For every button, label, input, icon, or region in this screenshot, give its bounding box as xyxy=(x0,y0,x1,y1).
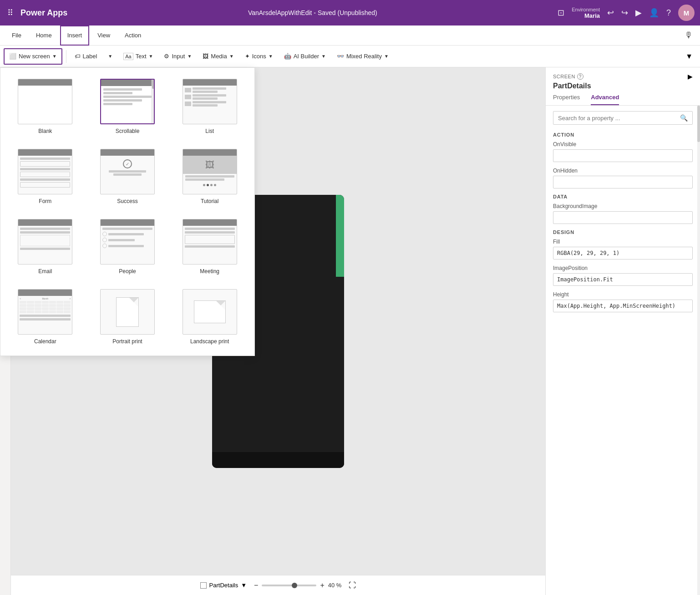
screen-name-title: PartDetails xyxy=(546,80,700,90)
icons-button[interactable]: ✦ Icons ▼ xyxy=(240,48,278,65)
topbar-right: ⊡ Environment Maria ↩ ↪ ▶ 👤 ? M xyxy=(558,5,695,21)
redo-icon[interactable]: ↪ xyxy=(621,8,628,18)
property-search-box[interactable]: 🔍 xyxy=(553,111,693,125)
panel-scrollbar[interactable] xyxy=(697,106,700,595)
doc-title: VanArsdelAppWithEdit - Saved (Unpublishe… xyxy=(73,9,552,16)
new-screen-button[interactable]: ⬜ New screen ▼ xyxy=(4,48,62,65)
screen-template-form[interactable]: Form xyxy=(8,145,83,208)
undo-icon[interactable]: ↩ xyxy=(607,8,614,18)
screen-template-portrait[interactable]: Portrait print xyxy=(90,285,165,348)
height-input[interactable] xyxy=(553,300,693,312)
screen-template-list[interactable]: List xyxy=(172,75,247,138)
user-icon[interactable]: 👤 xyxy=(649,8,659,18)
label-chevron-button[interactable]: ▼ xyxy=(103,48,117,65)
screen-template-people[interactable]: People xyxy=(90,215,165,278)
chevron-down-icon[interactable]: ▼ xyxy=(241,582,247,589)
on-hidden-row: OnHidden xyxy=(553,168,693,188)
zoom-slider[interactable] xyxy=(262,585,316,586)
new-screen-dropdown: Blank Sc xyxy=(0,67,255,356)
screen-template-tutorial[interactable]: 🖼 Tutorial xyxy=(172,145,247,208)
search-icon: 🔍 xyxy=(680,114,688,122)
text-icon: Aa xyxy=(123,53,133,60)
scrollable-label: Scrollable xyxy=(116,128,140,134)
toolbar: ⬜ New screen ▼ 🏷 Label ▼ Aa Text ▼ ⚙ Inp… xyxy=(0,46,700,67)
tab-advanced[interactable]: Advanced xyxy=(591,94,619,105)
menu-file[interactable]: File xyxy=(5,25,28,46)
screen-template-success[interactable]: ✓ Success xyxy=(90,145,165,208)
on-visible-input[interactable] xyxy=(553,149,693,162)
menubar-actions: 🎙 xyxy=(683,29,695,42)
media-button[interactable]: 🖼 Media ▼ xyxy=(198,48,238,65)
screen-template-landscape[interactable]: Landscape print xyxy=(172,285,247,348)
action-section-title: ACTION xyxy=(553,132,693,137)
topbar: ⠿ Power Apps VanArsdelAppWithEdit - Save… xyxy=(0,0,700,25)
list-thumb xyxy=(183,79,237,124)
waffle-menu-icon[interactable]: ⠿ xyxy=(5,6,15,20)
image-pos-label: ImagePosition xyxy=(553,265,693,271)
label-button[interactable]: 🏷 Label xyxy=(70,48,102,65)
meeting-label: Meeting xyxy=(200,268,219,275)
play-icon[interactable]: ▶ xyxy=(635,8,642,18)
screen-templates-grid: Blank Sc xyxy=(8,75,247,348)
fullscreen-icon[interactable]: ⛶ xyxy=(349,581,356,590)
menu-home[interactable]: Home xyxy=(30,25,58,46)
input-icon: ⚙ xyxy=(164,53,169,60)
toolbar-divider-1 xyxy=(66,50,66,63)
text-button[interactable]: Aa Text ▼ xyxy=(119,48,157,65)
zoom-controls: − + 40 % xyxy=(254,581,341,590)
menu-insert[interactable]: Insert xyxy=(60,25,90,46)
fill-input[interactable] xyxy=(553,247,693,259)
success-label: Success xyxy=(117,198,137,204)
scrollbar-thumb xyxy=(697,106,700,142)
canvas-bottom-nav xyxy=(212,452,344,468)
mixed-reality-button[interactable]: 👓 Mixed Reality ▼ xyxy=(332,48,393,65)
menu-action[interactable]: Action xyxy=(118,25,147,46)
screen-template-meeting[interactable]: Meeting xyxy=(172,215,247,278)
canvas-bottom-bar: PartDetails ▼ − + 40 % ⛶ xyxy=(11,575,545,595)
ai-btn-label: AI Builder xyxy=(294,53,319,60)
calendar-thumb: < Month > xyxy=(18,289,72,335)
monitor-icon[interactable]: ⊡ xyxy=(558,8,564,18)
zoom-plus-button[interactable]: + xyxy=(320,581,324,590)
height-label: Height xyxy=(553,291,693,298)
avatar[interactable]: M xyxy=(678,5,695,21)
chevron-down-icon: ▼ xyxy=(269,54,273,59)
screen-section-label: SCREEN ? xyxy=(553,73,583,80)
new-screen-label: New screen xyxy=(19,53,50,60)
screen-template-blank[interactable]: Blank xyxy=(8,75,83,138)
email-thumb xyxy=(18,219,72,264)
ai-builder-button[interactable]: 🤖 AI Builder ▼ xyxy=(279,48,330,65)
mixed-reality-icon: 👓 xyxy=(337,53,344,60)
bg-image-input[interactable] xyxy=(553,211,693,224)
tutorial-label: Tutorial xyxy=(201,198,219,204)
screen-checkbox xyxy=(200,582,207,589)
property-search-input[interactable] xyxy=(558,115,676,122)
screen-template-calendar[interactable]: < Month > xyxy=(8,285,83,348)
right-panel: SCREEN ? ▶ PartDetails Properties Advanc… xyxy=(545,67,700,595)
image-pos-input[interactable] xyxy=(553,273,693,286)
input-button[interactable]: ⚙ Input ▼ xyxy=(159,48,196,65)
current-screen-name: PartDetails xyxy=(209,582,238,589)
chevron-down-icon: ▼ xyxy=(52,54,57,59)
right-panel-header: SCREEN ? ▶ xyxy=(546,67,700,80)
screen-template-email[interactable]: Email xyxy=(8,215,83,278)
data-section-title: DATA xyxy=(553,194,693,199)
on-hidden-input[interactable] xyxy=(553,176,693,188)
help-circle-icon[interactable]: ? xyxy=(577,73,583,80)
screen-template-scrollable[interactable]: Scrollable xyxy=(90,75,165,138)
toolbar-more-button[interactable]: ▼ xyxy=(682,51,696,62)
blank-thumb xyxy=(18,79,72,124)
zoom-minus-button[interactable]: − xyxy=(254,581,258,590)
on-visible-label: OnVisible xyxy=(553,141,693,147)
tab-properties[interactable]: Properties xyxy=(553,94,580,105)
label-icon: 🏷 xyxy=(75,53,81,60)
help-icon[interactable]: ? xyxy=(666,8,671,18)
screen-icon: ⬜ xyxy=(9,53,16,60)
menu-view[interactable]: View xyxy=(91,25,117,46)
chevron-down-icon: ▼ xyxy=(149,54,153,59)
icons-icon: ✦ xyxy=(245,53,250,60)
chevron-down-icon: ▼ xyxy=(108,54,112,59)
microphone-icon[interactable]: 🎙 xyxy=(683,29,695,42)
panel-collapse-icon[interactable]: ▶ xyxy=(688,73,693,80)
chevron-down-icon: ▼ xyxy=(384,54,389,59)
